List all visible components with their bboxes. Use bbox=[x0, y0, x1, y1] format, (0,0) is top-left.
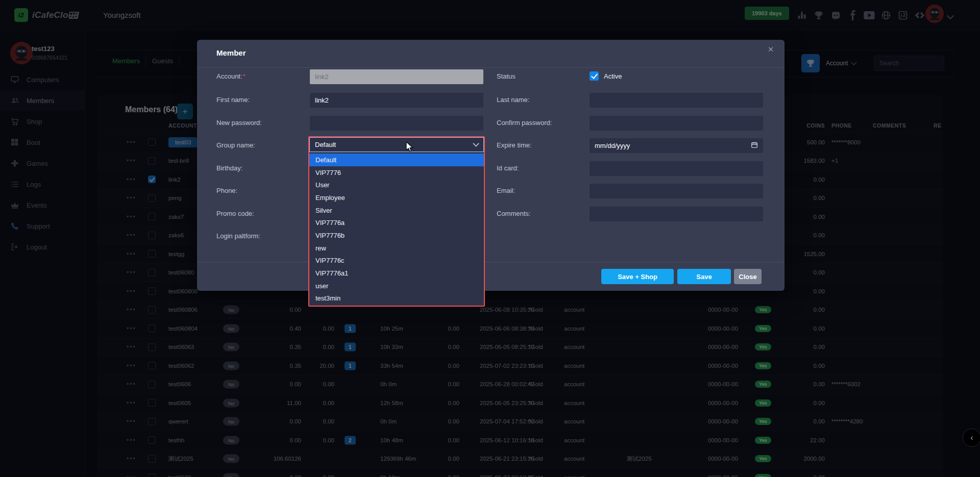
save-button[interactable]: Save bbox=[677, 269, 731, 284]
expire-time-field[interactable]: mm/dd/yyyy bbox=[590, 138, 763, 153]
date-value: mm/dd/yyyy bbox=[595, 142, 630, 149]
comments-field[interactable] bbox=[590, 207, 763, 221]
field-label-id-card: Id card: bbox=[497, 164, 519, 172]
group-option[interactable]: rew bbox=[309, 242, 484, 255]
field-label-expire-time: Expire time: bbox=[497, 141, 532, 149]
group-option[interactable]: Default bbox=[309, 154, 484, 166]
collapse-panel-button[interactable]: ‹ bbox=[963, 429, 980, 447]
group-option[interactable]: test3min bbox=[309, 292, 484, 305]
select-caret-icon bbox=[473, 140, 479, 147]
field-label-phone: Phone: bbox=[216, 187, 237, 194]
modal-title: Member bbox=[216, 48, 246, 57]
field-label-login-platform: Login paltform: bbox=[216, 232, 260, 240]
last-name-field[interactable] bbox=[590, 93, 763, 108]
group-option[interactable]: User bbox=[309, 179, 484, 191]
modal-footer-divider bbox=[197, 262, 785, 262]
group-name-select[interactable]: Default bbox=[309, 137, 484, 152]
field-label-account: Account:* bbox=[216, 72, 246, 80]
group-option[interactable]: user bbox=[309, 280, 484, 292]
active-checkbox[interactable] bbox=[590, 71, 599, 81]
modal-header-divider bbox=[197, 67, 785, 68]
status-field: Active bbox=[590, 71, 622, 81]
modal-close-icon[interactable]: ✕ bbox=[765, 43, 777, 56]
group-name-selected-value: Default bbox=[315, 141, 336, 148]
confirm-password-field[interactable] bbox=[590, 116, 763, 131]
email-field[interactable] bbox=[590, 184, 763, 198]
group-option[interactable]: VIP7776 bbox=[309, 166, 484, 179]
field-label-birthday: Birthday: bbox=[216, 164, 242, 172]
field-label-new-password: New password: bbox=[216, 119, 262, 127]
field-label-first-name: First name: bbox=[216, 96, 250, 104]
field-label-last-name: Last name: bbox=[497, 96, 529, 104]
save-shop-button[interactable]: Save + Shop bbox=[601, 269, 674, 284]
group-option[interactable]: VIP7776c bbox=[309, 255, 484, 267]
group-option[interactable]: Employee bbox=[309, 191, 484, 204]
close-button[interactable]: Close bbox=[734, 269, 762, 284]
field-label-status: Status bbox=[497, 72, 516, 80]
calendar-icon[interactable] bbox=[751, 141, 758, 150]
new-password-field[interactable] bbox=[310, 116, 483, 131]
field-label-promo-code: Promo code: bbox=[216, 210, 254, 217]
group-name-dropdown-wrap: Default DefaultVIP7776UserEmployeeSilver… bbox=[308, 136, 485, 307]
group-option[interactable]: Silver bbox=[309, 204, 484, 217]
field-label-confirm-password: Confirm password: bbox=[497, 119, 552, 127]
group-option[interactable]: VIP7776a bbox=[309, 216, 484, 229]
account-field[interactable] bbox=[310, 69, 483, 84]
field-label-group-name: Group name: bbox=[216, 141, 255, 149]
field-label-comments: Comments: bbox=[497, 210, 530, 217]
id-card-field[interactable] bbox=[590, 161, 763, 176]
group-name-option-list: DefaultVIP7776UserEmployeeSilverVIP7776a… bbox=[309, 152, 484, 306]
field-label-email: Email: bbox=[497, 187, 515, 194]
group-option[interactable]: VIP7776b bbox=[309, 229, 484, 242]
group-option[interactable]: VIP7776a1 bbox=[309, 267, 484, 280]
member-modal: Member ✕ Account:*First name:New passwor… bbox=[197, 40, 785, 291]
active-checkbox-label: Active bbox=[604, 72, 622, 80]
first-name-field[interactable] bbox=[310, 93, 483, 108]
